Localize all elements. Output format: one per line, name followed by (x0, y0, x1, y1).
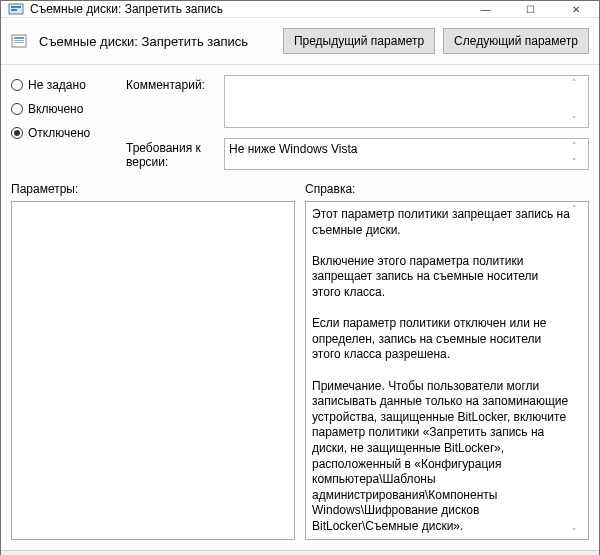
version-label: Требования к версии: (126, 138, 216, 170)
scroll-up-icon: ˄ (572, 141, 586, 151)
svg-rect-4 (14, 37, 24, 39)
next-setting-button[interactable]: Следующий параметр (443, 28, 589, 54)
options-box[interactable] (11, 201, 295, 540)
comment-label: Комментарий: (126, 75, 216, 128)
radio-disabled[interactable]: Отключено (11, 126, 116, 140)
options-pane: Параметры: (11, 182, 295, 540)
content: Не задано Включено Отключено Комментарий… (1, 65, 599, 550)
header-row: Съемные диски: Запретить запись Предыдущ… (1, 18, 599, 64)
svg-rect-2 (11, 9, 17, 11)
minimize-button[interactable]: — (463, 1, 508, 17)
policy-app-icon (8, 1, 24, 17)
svg-rect-6 (14, 42, 24, 43)
window-body: Съемные диски: Запретить запись Предыдущ… (1, 18, 599, 555)
state-column: Не задано Включено Отключено (11, 75, 116, 170)
scroll-down-icon: ˅ (572, 527, 586, 537)
window-controls: — ☐ ✕ (463, 1, 599, 17)
policy-icon (11, 33, 27, 49)
policy-title: Съемные диски: Запретить запись (39, 34, 275, 49)
fields-column: Комментарий: ˄ ˅ Требования к версии: (126, 75, 589, 170)
version-row: Требования к версии: Не ниже Windows Vis… (126, 138, 589, 170)
upper-section: Не задано Включено Отключено Комментарий… (11, 75, 589, 170)
comment-row: Комментарий: ˄ ˅ (126, 75, 589, 128)
close-button[interactable]: ✕ (553, 1, 599, 17)
window-title: Съемные диски: Запретить запись (30, 2, 463, 16)
help-box[interactable]: Этот параметр политики запрещает запись … (305, 201, 589, 540)
help-label: Справка: (305, 182, 589, 196)
radio-label: Не задано (28, 78, 86, 92)
window-root: Съемные диски: Запретить запись — ☐ ✕ Съ… (0, 0, 600, 555)
previous-setting-button[interactable]: Предыдущий параметр (283, 28, 435, 54)
titlebar[interactable]: Съемные диски: Запретить запись — ☐ ✕ (1, 1, 599, 18)
scroll-up-icon: ˄ (572, 204, 586, 214)
maximize-button[interactable]: ☐ (508, 1, 553, 17)
radio-icon (11, 103, 23, 115)
comment-input[interactable]: ˄ ˅ (224, 75, 589, 128)
scroll-up-icon: ˄ (572, 78, 586, 88)
version-value: Не ниже Windows Vista (229, 142, 358, 156)
footer: OK Отмена Применить (1, 550, 599, 555)
svg-rect-5 (14, 40, 24, 41)
middle-section: Параметры: Справка: Этот параметр полити… (11, 182, 589, 550)
options-label: Параметры: (11, 182, 295, 196)
radio-icon (11, 127, 23, 139)
scroll-down-icon: ˅ (572, 157, 586, 167)
help-pane: Справка: Этот параметр политики запрещае… (305, 182, 589, 540)
help-content: Этот параметр политики запрещает запись … (312, 207, 570, 534)
version-display: Не ниже Windows Vista ˄ ˅ (224, 138, 589, 170)
scrollbar[interactable]: ˄ ˅ (572, 78, 586, 125)
radio-icon (11, 79, 23, 91)
scrollbar[interactable]: ˄ ˅ (572, 204, 586, 537)
scrollbar[interactable]: ˄ ˅ (572, 141, 586, 167)
scroll-down-icon: ˅ (572, 115, 586, 125)
radio-enabled[interactable]: Включено (11, 102, 116, 116)
svg-rect-1 (11, 6, 21, 8)
radio-not-configured[interactable]: Не задано (11, 78, 116, 92)
radio-label: Включено (28, 102, 83, 116)
radio-label: Отключено (28, 126, 90, 140)
